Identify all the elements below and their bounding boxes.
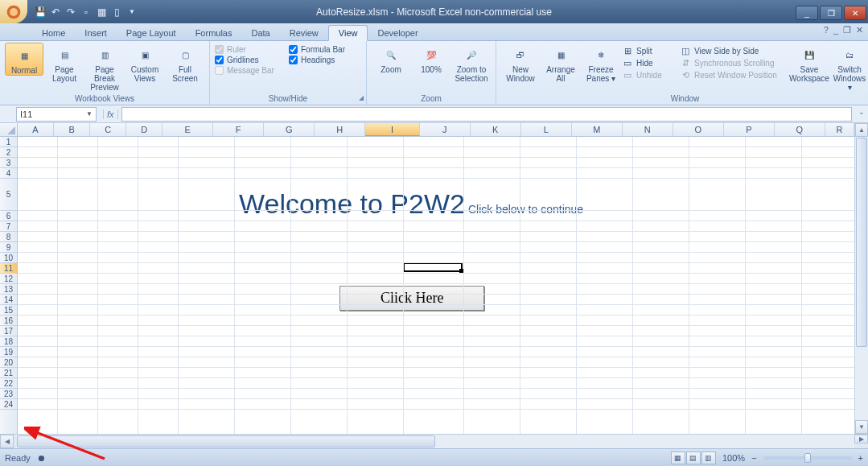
row-header[interactable]: 2	[0, 147, 17, 158]
row-header[interactable]: 16	[0, 315, 17, 326]
page-layout-shortcut[interactable]: ▤	[686, 452, 701, 464]
row-headers[interactable]: 123456789101112131415161718192021222324	[0, 137, 18, 434]
tab-page-layout[interactable]: Page Layout	[117, 26, 186, 40]
tab-view[interactable]: View	[328, 25, 368, 41]
page-break-shortcut[interactable]: ▥	[701, 452, 716, 464]
switch-windows-button[interactable]: 🗂Switch Windows ▾	[830, 43, 868, 92]
row-header[interactable]: 14	[0, 295, 17, 305]
row-header[interactable]: 5	[0, 179, 17, 211]
column-header[interactable]: O	[673, 123, 724, 136]
column-header[interactable]: R	[825, 123, 854, 136]
column-header[interactable]: D	[126, 123, 162, 136]
normal-view-button[interactable]: ▦ Normal	[5, 43, 43, 76]
row-header[interactable]: 12	[0, 274, 17, 284]
column-header[interactable]: G	[264, 123, 315, 136]
row-header[interactable]: 13	[0, 284, 17, 295]
scroll-down-icon[interactable]: ▼	[855, 420, 868, 434]
row-header[interactable]: 21	[0, 368, 17, 378]
tab-formulas[interactable]: Formulas	[186, 26, 242, 40]
row-header[interactable]: 8	[0, 232, 17, 242]
zoom-in-button[interactable]: +	[858, 453, 863, 463]
column-header[interactable]: P	[724, 123, 775, 136]
undo-icon[interactable]: ↶	[49, 6, 62, 19]
page-layout-button[interactable]: ▤ Page Layout	[45, 43, 84, 83]
grid[interactable]: Welcome to P2W2 Click below to continue …	[18, 137, 854, 434]
zoom-selection-button[interactable]: 🔎Zoom to Selection	[452, 43, 491, 83]
zoom-slider[interactable]	[763, 456, 852, 460]
close-button[interactable]: ✕	[844, 6, 866, 20]
name-box[interactable]: I11 ▼	[16, 107, 97, 122]
split-button[interactable]: ⊞Split	[622, 45, 678, 56]
row-header[interactable]: 7	[0, 221, 17, 232]
row-header[interactable]: 15	[0, 305, 17, 315]
tab-insert[interactable]: Insert	[75, 26, 117, 40]
doc-close-button[interactable]: ✕	[856, 25, 863, 35]
column-header[interactable]: K	[471, 123, 521, 136]
arrange-all-button[interactable]: ▦Arrange All	[541, 43, 580, 83]
formula-input[interactable]	[121, 107, 852, 122]
save-icon[interactable]: 💾	[34, 6, 47, 19]
hide-button[interactable]: ▭Hide	[622, 57, 678, 68]
qat-dropdown-icon[interactable]: ▼	[125, 6, 138, 19]
row-header[interactable]: 22	[0, 378, 17, 389]
column-header[interactable]: J	[420, 123, 471, 136]
row-header[interactable]: 20	[0, 357, 17, 368]
hscroll-thumb[interactable]	[17, 435, 435, 447]
dialog-launcher-icon[interactable]: ◢	[359, 94, 364, 101]
save-workspace-button[interactable]: 💾Save Workspace	[790, 43, 829, 83]
gridlines-checkbox[interactable]: Gridlines	[215, 56, 287, 64]
doc-restore-button[interactable]: ❐	[843, 25, 851, 35]
scroll-thumb[interactable]	[856, 138, 867, 347]
row-header[interactable]: 24	[0, 399, 17, 410]
column-header[interactable]: F	[213, 123, 264, 136]
headings-checkbox[interactable]: Headings	[289, 56, 361, 64]
sync-scroll-button[interactable]: ⇵Synchronous Scrolling	[680, 57, 788, 68]
minimize-button[interactable]: _	[796, 6, 818, 20]
tab-review[interactable]: Review	[280, 26, 328, 40]
qat-icon[interactable]: ▦	[95, 6, 108, 19]
fx-icon[interactable]: fx	[103, 109, 118, 119]
zoom-level[interactable]: 100%	[722, 453, 745, 463]
row-header[interactable]: 23	[0, 389, 17, 399]
scroll-left-icon[interactable]: ◀	[0, 435, 14, 448]
new-window-button[interactable]: 🗗New Window	[501, 43, 540, 83]
zoom-100-button[interactable]: 💯100%	[412, 43, 450, 74]
row-header[interactable]: 19	[0, 347, 17, 357]
help-icon[interactable]: ?	[824, 25, 829, 35]
hscroll-track[interactable]	[17, 435, 854, 448]
full-screen-button[interactable]: ▢ Full Screen	[166, 43, 204, 83]
qat-icon[interactable]: ▯	[110, 6, 123, 19]
row-header[interactable]: 6	[0, 211, 17, 221]
row-header[interactable]: 4	[0, 168, 17, 179]
column-header[interactable]: L	[521, 123, 572, 136]
vertical-scrollbar[interactable]: ▲ ▼	[854, 123, 868, 434]
column-header[interactable]: A	[18, 123, 54, 136]
row-header[interactable]: 11	[0, 263, 17, 274]
column-header[interactable]: I	[365, 123, 420, 136]
reset-pos-button[interactable]: ⟲Reset Window Position	[680, 69, 788, 80]
row-header[interactable]: 1	[0, 137, 17, 147]
page-break-button[interactable]: ▥ Page Break Preview	[85, 43, 124, 92]
row-header[interactable]: 18	[0, 336, 17, 347]
zoom-out-button[interactable]: −	[751, 453, 756, 463]
side-by-side-button[interactable]: ◫View Side by Side	[680, 45, 788, 56]
column-headers[interactable]: ABCDEFGHIJKLMNOPQR	[18, 123, 854, 137]
column-header[interactable]: C	[90, 123, 126, 136]
row-header[interactable]: 3	[0, 158, 17, 168]
redo-icon[interactable]: ↷	[64, 6, 77, 19]
macro-record-icon[interactable]: ⏺	[37, 453, 46, 463]
expand-formula-bar-icon[interactable]: ⌄	[858, 108, 865, 116]
row-header[interactable]: 9	[0, 242, 17, 253]
column-header[interactable]: M	[572, 123, 623, 136]
column-header[interactable]: Q	[775, 123, 825, 136]
row-header[interactable]: 17	[0, 326, 17, 336]
scroll-right-icon[interactable]: ▶	[854, 435, 868, 443]
unhide-button[interactable]: ▭Unhide	[622, 69, 678, 80]
tab-data[interactable]: Data	[241, 26, 279, 40]
column-header[interactable]: N	[623, 123, 673, 136]
zoom-knob[interactable]	[804, 453, 811, 463]
freeze-panes-button[interactable]: ❄Freeze Panes ▾	[582, 43, 620, 83]
select-all-corner[interactable]	[0, 123, 18, 137]
column-header[interactable]: B	[54, 123, 90, 136]
tab-developer[interactable]: Developer	[368, 26, 427, 40]
